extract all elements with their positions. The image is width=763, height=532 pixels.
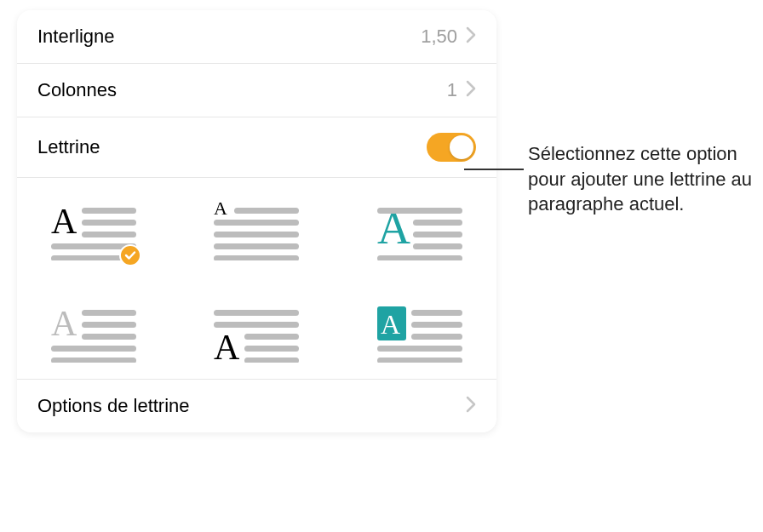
dropcap-style-4[interactable]: A [51,304,136,363]
interligne-label: Interligne [37,26,115,48]
svg-rect-32 [411,310,462,316]
svg-text:A: A [51,203,77,241]
row-options-lettrine[interactable]: Options de lettrine [17,380,496,432]
svg-text:A: A [381,309,400,340]
dropcap-style-3[interactable]: A [377,202,462,261]
svg-rect-24 [214,310,299,316]
svg-rect-8 [214,220,299,226]
chevron-right-icon [466,80,476,100]
lettrine-toggle[interactable] [427,133,476,162]
svg-rect-34 [411,334,462,340]
svg-rect-1 [82,208,136,214]
svg-text:A: A [51,305,77,343]
svg-rect-25 [214,322,299,328]
svg-rect-16 [413,243,462,249]
colonnes-label: Colonnes [37,79,117,101]
svg-rect-14 [413,220,462,226]
svg-text:A: A [214,203,227,219]
row-interligne[interactable]: Interligne 1,50 [17,10,496,64]
svg-rect-36 [377,358,462,363]
interligne-value: 1,50 [421,26,457,48]
svg-rect-10 [214,243,299,249]
svg-rect-23 [51,358,136,363]
chevron-right-icon [466,26,476,47]
colonnes-value-container: 1 [447,79,476,101]
svg-rect-21 [82,334,136,340]
callout-text: Sélectionnez cette option pour ajouter u… [528,141,758,217]
svg-rect-35 [377,346,462,352]
svg-rect-33 [411,322,462,328]
svg-rect-13 [377,208,462,214]
svg-rect-11 [214,255,299,260]
callout-leader-line [464,169,524,170]
chevron-right-icon [466,396,476,416]
svg-rect-15 [413,232,462,237]
svg-rect-22 [51,346,136,352]
check-icon [119,244,141,266]
text-format-panel: Interligne 1,50 Colonnes 1 Lettrine A [17,10,496,432]
colonnes-value: 1 [447,79,457,101]
svg-rect-19 [82,310,136,316]
svg-rect-29 [244,358,299,363]
dropcap-style-2[interactable]: A [214,202,299,261]
lettrine-label: Lettrine [37,136,100,158]
row-lettrine: Lettrine [17,117,496,178]
options-lettrine-label: Options de lettrine [37,395,190,417]
dropcap-styles-grid: A A [37,202,476,363]
svg-rect-9 [214,232,299,237]
interligne-value-container: 1,50 [421,26,476,48]
dropcap-styles-section: A A [17,178,496,380]
svg-rect-3 [82,232,136,237]
svg-rect-20 [82,322,136,328]
dropcap-style-1[interactable]: A [51,202,136,261]
svg-rect-17 [377,255,462,260]
svg-rect-28 [244,346,299,352]
svg-rect-2 [82,220,136,226]
row-colonnes[interactable]: Colonnes 1 [17,64,496,117]
dropcap-style-5[interactable]: A [214,304,299,363]
dropcap-style-6[interactable]: A [377,304,462,363]
svg-rect-7 [234,208,299,214]
svg-text:A: A [214,328,240,363]
svg-rect-27 [244,334,299,340]
